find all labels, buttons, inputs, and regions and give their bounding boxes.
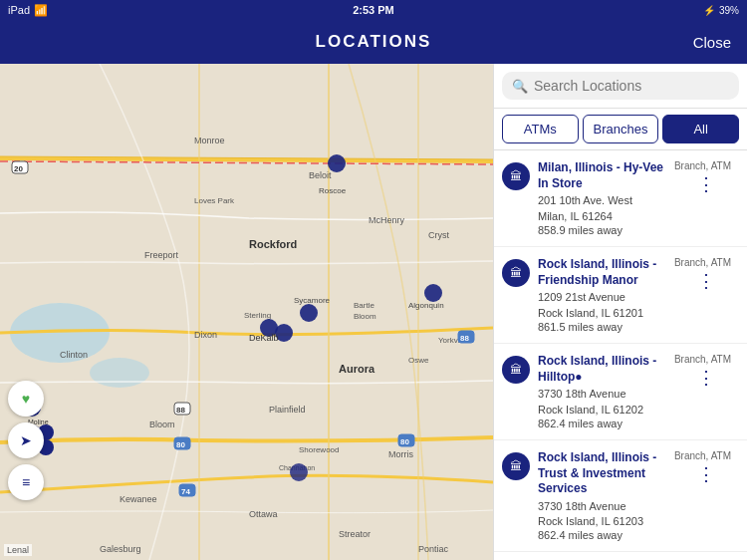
main-layout: Monroe Beloit Freeport Rockford McHenry … <box>0 64 747 560</box>
svg-text:Sycamore: Sycamore <box>294 296 331 305</box>
loc-address-1: 201 10th Ave. West Milan, IL 61264 <box>538 193 666 224</box>
header: LOCATIONS Close <box>0 20 747 64</box>
svg-text:Kewanee: Kewanee <box>120 494 157 504</box>
more-button-3[interactable]: ⋮ <box>693 367 719 389</box>
svg-text:DeKalb: DeKalb <box>249 333 279 343</box>
heart-icon: ♥ <box>22 391 30 407</box>
loc-name-3: Rock Island, Illinois - Hilltop● <box>538 354 666 385</box>
more-button-2[interactable]: ⋮ <box>693 270 719 292</box>
list-item[interactable]: 🏛 Rock Island, Illinois - Trust & Invest… <box>494 440 747 553</box>
svg-text:Bloom: Bloom <box>149 420 175 429</box>
search-input-wrap: 🔍 <box>502 72 739 100</box>
search-icon: 🔍 <box>512 79 528 94</box>
bluetooth-icon: ⚡ <box>703 5 715 16</box>
loc-right-3: Branch, ATM ⋮ <box>674 354 739 389</box>
filter-tabs: ATMs Branches All <box>494 109 747 150</box>
svg-point-55 <box>424 284 442 302</box>
map-area: Monroe Beloit Freeport Rockford McHenry … <box>0 64 493 560</box>
loc-distance-3: 862.4 miles away <box>538 418 666 429</box>
list-button[interactable]: ≡ <box>8 464 44 500</box>
loc-right-2: Branch, ATM ⋮ <box>674 257 739 292</box>
more-button-4[interactable]: ⋮ <box>693 463 719 485</box>
list-item[interactable]: 🏛 Rock Island, Illinois - Hilltop● 3730 … <box>494 344 747 440</box>
svg-text:Aurora: Aurora <box>339 363 375 375</box>
svg-text:Cryst: Cryst <box>428 230 449 240</box>
loc-address-4: 3730 18th Avenue Rock Island, IL 61203 <box>538 499 666 530</box>
list-item[interactable]: 🏛 Rock Island, Illinois - Downtown 1600 … <box>494 552 747 560</box>
close-button[interactable]: Close <box>693 34 731 51</box>
loc-name-2: Rock Island, Illinois - Friendship Manor <box>538 257 666 288</box>
svg-point-61 <box>290 463 308 481</box>
bank-icon-3: 🏛 <box>502 356 530 384</box>
svg-text:Freeport: Freeport <box>144 250 179 260</box>
svg-point-54 <box>300 304 318 322</box>
loc-info-3: Rock Island, Illinois - Hilltop● 3730 18… <box>538 354 666 429</box>
svg-text:Plainfield: Plainfield <box>269 405 306 415</box>
loc-address-3: 3730 18th Avenue Rock Island, IL 61202 <box>538 387 666 418</box>
svg-text:88: 88 <box>460 334 469 343</box>
svg-text:Galesburg: Galesburg <box>100 544 141 554</box>
svg-text:Pontiac: Pontiac <box>418 544 449 554</box>
svg-text:74: 74 <box>181 487 190 496</box>
map-controls: ♥ ➤ ≡ <box>8 381 44 500</box>
status-left: iPad 📶 <box>8 4 48 17</box>
list-item[interactable]: 🏛 Rock Island, Illinois - Friendship Man… <box>494 247 747 344</box>
bank-icon-2: 🏛 <box>502 259 530 287</box>
svg-text:Rockford: Rockford <box>249 238 297 250</box>
status-ipad: iPad <box>8 4 30 16</box>
svg-text:Loves Park: Loves Park <box>194 196 235 205</box>
tab-branches[interactable]: Branches <box>583 115 659 143</box>
battery-level: 39% <box>719 5 739 16</box>
map-svg[interactable]: Monroe Beloit Freeport Rockford McHenry … <box>0 64 493 560</box>
svg-text:Algonquin: Algonquin <box>408 301 444 310</box>
loc-distance-1: 858.9 miles away <box>538 224 666 236</box>
loc-address-2: 1209 21st Avenue Rock Island, IL 61201 <box>538 290 666 321</box>
location-button[interactable]: ➤ <box>8 422 44 458</box>
search-box: 🔍 <box>494 64 747 109</box>
loc-type-4: Branch, ATM <box>674 450 731 461</box>
svg-text:Clinton: Clinton <box>60 350 88 360</box>
status-time: 2:53 PM <box>353 4 394 16</box>
svg-text:McHenry: McHenry <box>369 215 405 225</box>
svg-point-2 <box>90 358 149 388</box>
list-icon: ≡ <box>22 474 30 490</box>
loc-right-4: Branch, ATM ⋮ <box>674 450 739 485</box>
favorite-button[interactable]: ♥ <box>8 381 44 417</box>
bank-icon-4: 🏛 <box>502 452 530 480</box>
svg-text:Morris: Morris <box>388 449 413 459</box>
tab-atms[interactable]: ATMs <box>502 115 579 143</box>
loc-distance-2: 861.5 miles away <box>538 321 666 333</box>
more-button-1[interactable]: ⋮ <box>693 173 719 195</box>
loc-right-1: Branch, ATM ⋮ <box>674 160 739 195</box>
svg-text:Sterling: Sterling <box>244 311 271 320</box>
svg-text:Dixon: Dixon <box>194 330 217 340</box>
tab-all[interactable]: All <box>662 115 739 143</box>
location-list[interactable]: 🏛 Milan, Illinois - Hy-Vee In Store 201 … <box>494 150 747 560</box>
list-item[interactable]: 🏛 Milan, Illinois - Hy-Vee In Store 201 … <box>494 150 747 247</box>
svg-text:80: 80 <box>176 440 185 449</box>
location-icon: ➤ <box>20 432 32 448</box>
loc-type-3: Branch, ATM <box>674 354 731 365</box>
map-label: Lenal <box>4 544 32 556</box>
svg-text:Bloom: Bloom <box>354 312 376 321</box>
status-bar: iPad 📶 2:53 PM ⚡ 39% <box>0 0 747 20</box>
svg-text:20: 20 <box>14 164 23 173</box>
loc-name-1: Milan, Illinois - Hy-Vee In Store <box>538 160 666 191</box>
svg-text:Beloit: Beloit <box>309 170 332 180</box>
search-input[interactable] <box>534 78 729 94</box>
svg-text:Streator: Streator <box>339 529 371 539</box>
wifi-icon: 📶 <box>34 4 48 17</box>
loc-info-1: Milan, Illinois - Hy-Vee In Store 201 10… <box>538 160 666 236</box>
status-right: ⚡ 39% <box>703 5 739 16</box>
bank-icon-1: 🏛 <box>502 162 530 190</box>
loc-info-2: Rock Island, Illinois - Friendship Manor… <box>538 257 666 333</box>
loc-info-4: Rock Island, Illinois - Trust & Investme… <box>538 450 666 542</box>
svg-text:Bartle: Bartle <box>354 301 374 310</box>
loc-type-1: Branch, ATM <box>674 160 731 171</box>
svg-text:Ottawa: Ottawa <box>249 509 278 519</box>
svg-text:88: 88 <box>176 406 185 415</box>
loc-distance-4: 862.4 miles away <box>538 529 666 541</box>
svg-text:Monroe: Monroe <box>194 136 225 145</box>
svg-text:Shorewood: Shorewood <box>299 445 339 454</box>
loc-type-2: Branch, ATM <box>674 257 731 268</box>
